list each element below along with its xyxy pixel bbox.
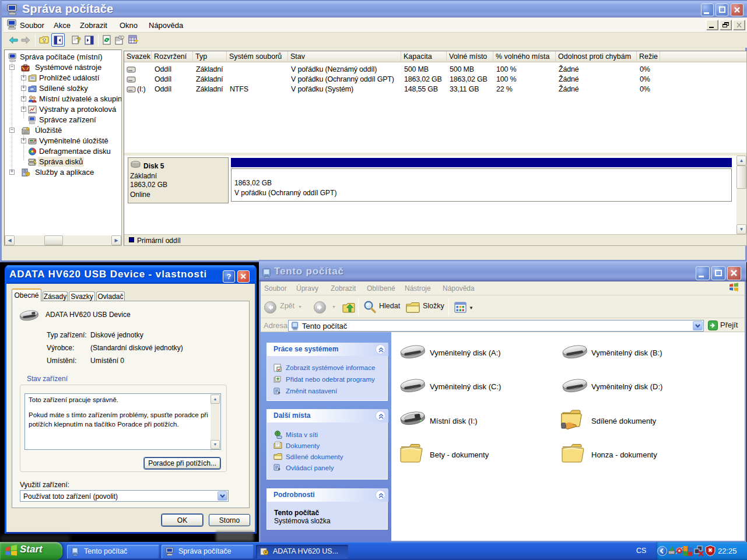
svg-text:?: ? — [76, 36, 81, 44]
